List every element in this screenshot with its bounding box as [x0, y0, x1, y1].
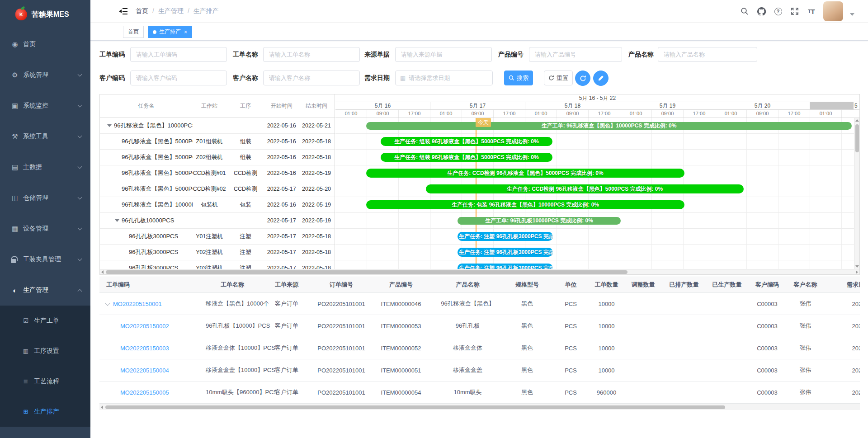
close-icon[interactable]: ×	[184, 29, 187, 35]
table-row[interactable]: MO202205150002 96孔孔板【10000】PCS客户订单 PO202…	[99, 315, 860, 337]
sidebar-item-production-order[interactable]: ☑ 生产工单	[0, 306, 90, 336]
gantt-vertical-scrollbar[interactable]	[854, 118, 859, 269]
scroll-left-icon[interactable]	[101, 270, 104, 274]
order-link[interactable]: MO202205150003	[120, 345, 169, 352]
help-icon[interactable]: ?	[773, 6, 783, 16]
scroll-left-icon[interactable]	[101, 405, 103, 409]
sidebar-item-warehouse[interactable]: ◫ 仓储管理	[0, 183, 90, 213]
gantt-bar-task[interactable]: 生产任务: CCD检测 96孔移液盒【黑色】5000PCS 完成比例: 0%	[426, 184, 744, 193]
sidebar-item-process-settings[interactable]: ▥ 工序设置	[0, 336, 90, 366]
filter-label-customer-code: 客户编码	[99, 71, 125, 85]
sidebar-item-fixtures[interactable]: 工装夹具管理	[0, 244, 90, 275]
order-name-input[interactable]	[263, 47, 360, 62]
sidebar-item-home[interactable]: ◉ 首页	[0, 29, 90, 60]
tree-collapse-icon[interactable]	[107, 124, 112, 127]
breadcrumb-production[interactable]: 生产管理	[158, 7, 184, 15]
warehouse-icon: ◫	[11, 194, 19, 202]
order-link[interactable]: MO202205150004	[120, 367, 169, 374]
sidebar-item-system-management[interactable]: ⚙ 系统管理	[0, 60, 90, 90]
tab-home[interactable]: 首页	[123, 26, 144, 38]
search-icon[interactable]	[740, 6, 750, 16]
chevron-up-icon	[78, 289, 82, 293]
sidebar-item-production-management[interactable]: ◐ 生产管理	[0, 275, 90, 306]
layers-icon: ▦	[11, 225, 19, 233]
gantt-row[interactable]: 96孔移液盒【黑色】5000PCS Z01组装机组装 2022-05-16202…	[100, 134, 335, 150]
sidebar-item-production-scheduling[interactable]: ⊞ 生产排产	[0, 396, 90, 427]
edit-schedule-button[interactable]	[593, 71, 609, 86]
refresh-gantt-button[interactable]	[575, 71, 590, 86]
toolbox-icon: ⚒	[11, 132, 19, 141]
gantt-bar-task[interactable]: 生产任务: CCD检测 96孔移液盒【黑色】5000PCS 完成比例: 0%	[366, 169, 684, 178]
reset-button[interactable]: 重置	[544, 71, 573, 85]
filter-label-order-name: 工单名称	[233, 47, 258, 62]
gantt-horizontal-scrollbar[interactable]	[100, 269, 859, 274]
gantt-row[interactable]: 96孔移液盒【黑色】10000PCS 包装机包装 2022-05-162022-…	[100, 197, 335, 213]
scroll-up-icon[interactable]	[855, 119, 859, 122]
table-row[interactable]: MO202205150003 移液盒盒体【10000】PCS客户订单 PO202…	[99, 337, 860, 359]
order-link[interactable]: MO202205150001	[113, 301, 162, 307]
scrollbar-thumb[interactable]	[106, 270, 627, 274]
scroll-down-icon[interactable]	[855, 265, 859, 268]
product-name-input[interactable]	[658, 47, 757, 62]
source-doc-input[interactable]	[395, 47, 492, 62]
scrollbar-thumb[interactable]	[855, 124, 859, 152]
scroll-right-icon[interactable]	[856, 270, 858, 274]
list-icon: ≣	[22, 378, 30, 385]
sidebar-item-equipment[interactable]: ▦ 设备管理	[0, 213, 90, 244]
row-expand-icon[interactable]	[105, 301, 110, 306]
gantt-row[interactable]: 96孔孔板3000PCS Y02注塑机注塑 2022-05-172022-05-…	[100, 245, 335, 260]
sidebar-item-system-tools[interactable]: ⚒ 系统工具	[0, 121, 90, 152]
fullscreen-icon[interactable]	[790, 6, 800, 16]
gantt-bar-order[interactable]: 生产工单: 96孔移液盒【黑色】10000PCS 完成比例: 0%	[366, 122, 852, 130]
search-button[interactable]: 搜索	[504, 71, 533, 85]
product-code-input[interactable]	[529, 47, 622, 62]
tab-production-scheduling[interactable]: 生产排产 ×	[148, 26, 192, 38]
table-horizontal-scrollbar[interactable]	[99, 404, 860, 410]
github-icon[interactable]	[756, 6, 766, 16]
gantt-task-grid: 任务名 工作站 工序 开始时间 结束时间 96孔移液盒【黑色】10000PCS …	[100, 94, 335, 269]
gantt-row[interactable]: 96孔孔板3000PCS Y01注塑机注塑 2022-05-172022-05-…	[100, 229, 335, 245]
order-link[interactable]: MO202205150005	[120, 389, 169, 396]
font-size-icon[interactable]: TT	[807, 6, 816, 16]
gantt-bar-task[interactable]: 生产任务: 注塑 96孔孔板3000PCS 完成比例: 0%	[458, 232, 553, 241]
gantt-row[interactable]: 96孔移液盒【黑色】5000PCS CCD检测#01CCD检测 2022-05-…	[100, 165, 335, 181]
topbar-actions: ? TT	[740, 0, 854, 23]
sidebar-fold-icon[interactable]	[119, 7, 128, 16]
gantt-row[interactable]: 96孔孔板10000PCS 2022-05-172022-05-19	[100, 213, 335, 229]
gantt-bar-task[interactable]: 生产任务: 组装 96孔移液盒【黑色】5000PCS 完成比例: 0%	[381, 153, 552, 162]
table-row[interactable]: MO202205150005 10mm吸头【960000】PCS客户订单 PO2…	[99, 381, 860, 404]
avatar[interactable]	[823, 1, 843, 21]
gantt-row[interactable]: 96孔孔板3000PCS Y03注塑机注塑 2022-05-172022-05-…	[100, 260, 335, 269]
work-order-table: 工单编码工单名称 工单来源订单编号 产品编号产品名称 规格型号单位 工单数量调整…	[99, 277, 860, 410]
gantt-bar-task[interactable]: 生产任务: 注塑 96孔孔板3000PCS 完成比例: 0%	[458, 248, 553, 257]
avatar-dropdown-icon[interactable]	[850, 13, 854, 16]
gantt-bar-task[interactable]: 生产任务: 组装 96孔移液盒【黑色】5000PCS 完成比例: 0%	[381, 137, 552, 146]
sidebar-item-master-data[interactable]: ▤ 主数据	[0, 152, 90, 183]
sidebar-item-process-flow[interactable]: ≣ 工艺流程	[0, 366, 90, 396]
gantt-row[interactable]: 96孔移液盒【黑色】5000PCS Z02组装机组装 2022-05-16202…	[100, 150, 335, 165]
gantt-bar-task[interactable]: 生产任务: 包装 96孔移液盒【黑色】10000PCS 完成比例: 0%	[366, 200, 684, 209]
filter-label-product-name: 产品名称	[628, 47, 654, 62]
gantt-bar-task[interactable]: 生产任务: 注塑 96孔孔板3000PCS 完成比例: 0%	[458, 264, 553, 269]
filter-label-product-code: 产品编号	[498, 47, 524, 62]
order-code-input[interactable]	[130, 47, 227, 62]
gantt-row[interactable]: 96孔移液盒【黑色】10000PCS 2022-05-162022-05-21	[100, 118, 335, 134]
gantt-bar-order[interactable]: 生产工单: 96孔孔板10000PCS 完成比例: 0%	[458, 217, 621, 225]
chevron-down-icon	[78, 72, 82, 76]
today-marker-label: 今天	[476, 118, 491, 127]
sidebar-item-system-monitor[interactable]: ▣ 系统监控	[0, 90, 90, 121]
order-link[interactable]: MO202205150002	[120, 323, 169, 330]
tree-collapse-icon[interactable]	[115, 219, 119, 222]
demand-date-picker[interactable]: ▦ 请选择需求日期	[395, 71, 493, 85]
customer-code-input[interactable]	[130, 71, 227, 85]
scrollbar-thumb[interactable]	[105, 405, 725, 409]
table-row[interactable]: MO202205150004 移液盒盒盖【10000】PCS客户订单 PO202…	[99, 359, 860, 381]
gantt-range-label: 5月 16 - 5月 22	[335, 94, 859, 102]
customer-name-input[interactable]	[263, 71, 360, 85]
breadcrumb-home[interactable]: 首页	[136, 7, 148, 15]
table-row[interactable]: MO202205150001 移液盒【黑色】10000个客户订单 PO20220…	[99, 293, 860, 315]
app-logo[interactable]: K 苦糖果MES	[0, 0, 90, 29]
gantt-row[interactable]: 96孔移液盒【黑色】5000PCS CCD检测#02CCD检测 2022-05-…	[100, 181, 335, 197]
filter-label-order-code: 工单编码	[99, 47, 125, 62]
tags-view-bar: 首页 生产排产 ×	[90, 23, 868, 41]
